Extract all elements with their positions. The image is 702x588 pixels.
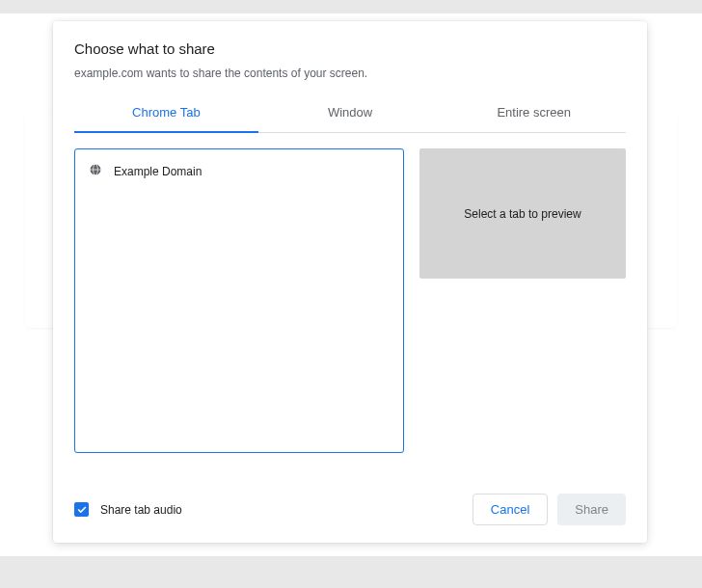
tab-chrome-tab[interactable]: Chrome Tab [74,95,258,133]
button-row: Cancel Share [472,494,626,525]
share-audio-label: Share tab audio [100,503,182,517]
preview-pane: Select a tab to preview [419,148,626,279]
content-area: Example Domain Select a tab to preview [74,148,626,476]
tab-list-item[interactable]: Example Domain [89,161,390,181]
dialog-footer: Share tab audio Cancel Share [74,476,626,525]
globe-icon [89,163,102,179]
browser-bottom-bar [0,556,702,588]
checkbox-icon [74,502,89,517]
dialog-title: Choose what to share [74,40,626,57]
tab-window[interactable]: Window [258,95,443,133]
share-audio-checkbox[interactable]: Share tab audio [74,502,182,517]
tab-entire-screen[interactable]: Entire screen [442,95,626,133]
dialog-subtitle: example.com wants to share the contents … [74,67,626,80]
tab-strip: Chrome Tab Window Entire screen [74,95,626,133]
cancel-button[interactable]: Cancel [472,494,548,525]
share-dialog: Choose what to share example.com wants t… [53,21,647,543]
share-button[interactable]: Share [557,494,626,525]
browser-top-bar [0,0,702,13]
preview-placeholder-text: Select a tab to preview [464,207,580,221]
tab-item-label: Example Domain [114,165,202,178]
tab-list-panel: Example Domain [74,148,404,453]
